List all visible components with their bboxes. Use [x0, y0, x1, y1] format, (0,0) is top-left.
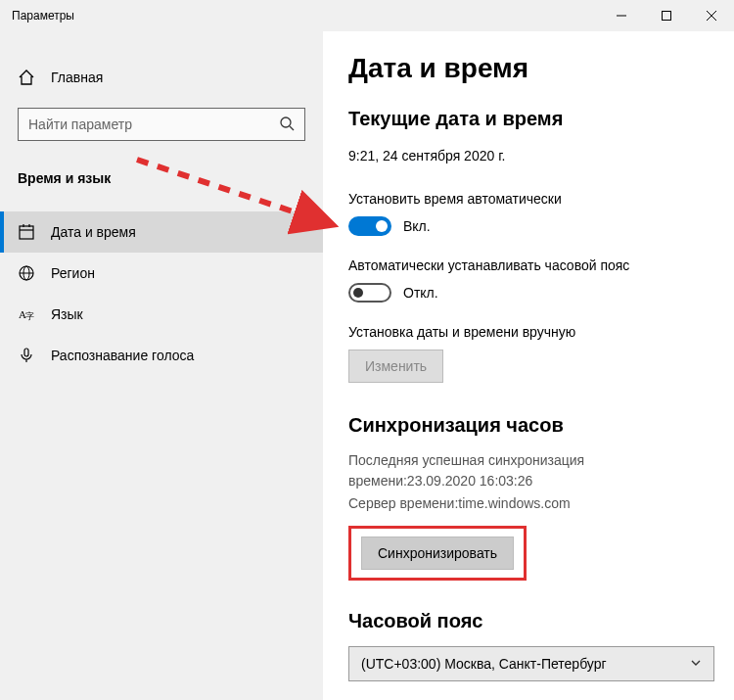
sidebar-item-speech[interactable]: Распознавание голоса [0, 335, 323, 376]
auto-tz-label: Автоматически устанавливать часовой пояс [348, 257, 714, 273]
sidebar-item-label: Дата и время [51, 224, 136, 240]
sync-highlight-box: Синхронизировать [348, 526, 527, 581]
language-icon: A字 [18, 305, 35, 323]
globe-icon [18, 264, 35, 282]
auto-time-label: Установить время автоматически [348, 191, 714, 207]
titlebar: Параметры [0, 0, 734, 31]
sidebar-item-label: Язык [51, 306, 83, 322]
home-nav[interactable]: Главная [0, 59, 323, 96]
sidebar-item-language[interactable]: A字 Язык [0, 294, 323, 335]
sync-now-button[interactable]: Синхронизировать [361, 537, 514, 570]
current-datetime-heading: Текущие дата и время [348, 108, 714, 130]
calendar-icon [18, 223, 35, 241]
svg-rect-6 [20, 226, 33, 239]
window-title: Параметры [12, 9, 74, 23]
sidebar-item-label: Регион [51, 265, 95, 281]
timezone-value: (UTC+03:00) Москва, Санкт-Петербург [361, 656, 607, 672]
main-content: Дата и время Текущие дата и время 9:21, … [323, 31, 734, 700]
sidebar-item-region[interactable]: Регион [0, 253, 323, 294]
sidebar-item-date-time[interactable]: Дата и время [0, 211, 323, 253]
sync-server: Сервер времени:time.windows.com [348, 493, 714, 514]
manual-date-label: Установка даты и времени вручную [348, 324, 714, 340]
search-input-wrapper[interactable] [18, 108, 305, 141]
sync-heading: Синхронизация часов [348, 414, 714, 437]
titlebar-controls [599, 0, 734, 31]
sidebar: Главная Время и язык Дата и время [0, 31, 323, 700]
home-icon [18, 69, 35, 86]
sidebar-item-label: Распознавание голоса [51, 348, 194, 363]
svg-text:字: 字 [25, 311, 34, 321]
microphone-icon [18, 347, 35, 364]
close-icon [707, 11, 716, 21]
maximize-button[interactable] [644, 0, 689, 31]
svg-point-4 [281, 117, 291, 127]
search-input[interactable] [28, 117, 268, 132]
minimize-icon [617, 11, 626, 21]
minimize-button[interactable] [599, 0, 644, 31]
maximize-icon [662, 11, 671, 21]
svg-line-5 [290, 126, 294, 130]
search-icon [279, 116, 295, 134]
svg-rect-1 [663, 12, 671, 21]
sync-last-success: Последняя успешная синхронизация времени… [348, 450, 714, 491]
auto-tz-toggle[interactable] [348, 283, 391, 303]
auto-time-state: Вкл. [403, 218, 431, 234]
home-label: Главная [51, 70, 103, 85]
timezone-select[interactable]: (UTC+03:00) Москва, Санкт-Петербург [348, 646, 714, 681]
timezone-heading: Часовой пояс [348, 610, 714, 632]
auto-time-toggle[interactable] [348, 216, 391, 236]
sidebar-section-title: Время и язык [0, 164, 323, 206]
change-date-button: Изменить [348, 350, 443, 383]
auto-tz-state: Откл. [403, 285, 438, 301]
chevron-down-icon [690, 656, 702, 672]
current-datetime: 9:21, 24 сентября 2020 г. [348, 148, 714, 163]
page-title: Дата и время [348, 53, 714, 84]
svg-rect-15 [24, 349, 28, 356]
close-button[interactable] [689, 0, 734, 31]
